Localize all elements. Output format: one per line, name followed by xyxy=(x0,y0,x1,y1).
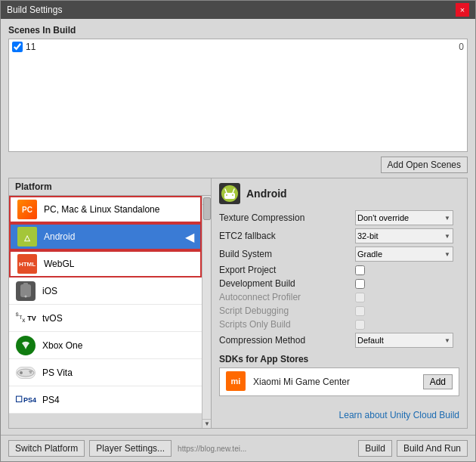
setting-label-script-debug: Script Debugging xyxy=(219,305,355,316)
etc2-select-wrapper: 32-bit xyxy=(355,228,453,243)
platform-item-ps4[interactable]: ☐PS4 PS4 xyxy=(9,386,202,414)
platform-name-android: Android xyxy=(44,231,185,242)
platform-list[interactable]: PC PC, Mac & Linux Standalone △ xyxy=(9,196,211,414)
setting-label-export: Export Project xyxy=(219,265,355,275)
platform-name-ios: iOS xyxy=(42,286,196,296)
svg-rect-2 xyxy=(20,284,31,297)
settings-grid: Texture Compression Don't override ETC2 … xyxy=(219,210,459,348)
bottom-section: Platform PC PC, Mac & Linux Standalone xyxy=(8,178,468,429)
svg-point-4 xyxy=(25,295,27,297)
ios-icon xyxy=(15,281,36,302)
platform-panel: Platform PC PC, Mac & Linux Standalone xyxy=(9,178,212,428)
sdk-item-xiaomi: mi Xiaomi Mi Game Center Add xyxy=(219,367,459,396)
build-and-run-button[interactable]: Build And Run xyxy=(397,440,468,457)
bottom-bar: Switch Platform Player Settings... https… xyxy=(1,435,475,461)
player-settings-button[interactable]: Player Settings... xyxy=(89,440,172,457)
build-system-select[interactable]: Gradle xyxy=(355,247,453,262)
switch-platform-button[interactable]: Switch Platform xyxy=(8,440,85,457)
platform-name-tvos: tvOS xyxy=(42,313,196,324)
window-title: Build Settings xyxy=(7,5,62,15)
add-open-scenes-row: Add Open Scenes xyxy=(8,157,468,173)
scene-checkbox[interactable] xyxy=(12,42,23,52)
scene-name: 11 xyxy=(26,42,459,52)
psvita-icon xyxy=(15,362,36,383)
setting-label-build-system: Build System xyxy=(219,249,355,259)
platform-item-tvos[interactable]: ␂ TV tvOS xyxy=(9,305,202,332)
svg-rect-12 xyxy=(224,193,235,199)
platform-item-android[interactable]: △ Android ◀ xyxy=(9,223,202,250)
sdk-name-xiaomi: Xiaomi Mi Game Center xyxy=(253,377,423,387)
platform-header: Platform xyxy=(9,178,211,196)
svg-rect-3 xyxy=(23,283,28,285)
setting-label-compression: Compression Method xyxy=(219,335,355,346)
svg-rect-8 xyxy=(29,371,32,372)
url-text: https://blog.new.tei... xyxy=(178,445,246,453)
platform-item-xboxone[interactable]: Xbox One xyxy=(9,332,202,359)
platform-name-psvita: PS Vita xyxy=(42,367,196,378)
svg-point-14 xyxy=(232,194,233,196)
svg-rect-9 xyxy=(29,372,32,374)
scripts-only-build-checkbox[interactable] xyxy=(355,320,365,330)
script-debugging-checkbox[interactable] xyxy=(355,306,365,316)
compression-select-wrapper: Default xyxy=(355,333,453,348)
android-title-icon xyxy=(219,183,240,204)
main-content: Scenes In Build 11 0 Add Open Scenes Pla… xyxy=(1,19,475,435)
cloud-build-link[interactable]: Learn about Unity Cloud Build xyxy=(219,410,459,420)
platform-list-wrapper: PC PC, Mac & Linux Standalone △ xyxy=(9,196,211,428)
setting-label-etc2: ETC2 fallback xyxy=(219,231,355,241)
title-bar: Build Settings × xyxy=(1,1,475,19)
compression-method-select[interactable]: Default xyxy=(355,333,453,348)
svg-rect-7 xyxy=(20,371,23,374)
scrollbar-down-arrow[interactable]: ▼ xyxy=(202,419,211,428)
build-settings-window: Build Settings × Scenes In Build 11 0 Ad… xyxy=(0,0,476,462)
xbox-icon xyxy=(15,335,36,356)
platform-item-ios[interactable]: iOS xyxy=(9,278,202,305)
platform-name-webgl: WebGL xyxy=(44,259,194,269)
tvos-icon: ␂ TV xyxy=(15,308,36,329)
unity-indicator-icon: ◀ xyxy=(185,230,194,244)
platform-name-pc: PC, Mac & Linux Standalone xyxy=(44,204,194,215)
svg-point-13 xyxy=(226,194,227,196)
setting-label-dev-build: Development Build xyxy=(219,278,355,289)
platform-item-webgl[interactable]: HTML WebGL xyxy=(9,250,202,278)
close-button[interactable]: × xyxy=(456,3,469,17)
webgl-icon: HTML xyxy=(17,253,38,274)
etc2-fallback-select[interactable]: 32-bit xyxy=(355,228,453,243)
setting-label-scripts-only: Scripts Only Build xyxy=(219,319,355,330)
xiaomi-icon: mi xyxy=(226,371,247,392)
scene-index: 0 xyxy=(459,42,464,52)
platform-scrollbar[interactable]: ▲ ▼ xyxy=(202,196,211,428)
svg-text:△: △ xyxy=(23,234,31,242)
add-open-scenes-button[interactable]: Add Open Scenes xyxy=(381,157,468,173)
setting-label-texture: Texture Compression xyxy=(219,212,355,223)
android-icon: △ xyxy=(17,226,38,247)
development-build-checkbox[interactable] xyxy=(355,279,365,289)
build-button[interactable]: Build xyxy=(358,440,392,457)
scenes-panel: 11 0 xyxy=(8,39,468,152)
export-project-checkbox[interactable] xyxy=(355,265,365,275)
autoconnect-profiler-checkbox[interactable] xyxy=(355,293,365,302)
ps4-icon: ☐PS4 xyxy=(15,389,36,411)
build-system-select-wrapper: Gradle xyxy=(355,247,453,262)
texture-compression-select[interactable]: Don't override xyxy=(355,210,453,225)
scrollbar-thumb[interactable] xyxy=(203,197,211,220)
platform-name-xboxone: Xbox One xyxy=(42,340,196,351)
scene-row: 11 0 xyxy=(9,39,467,54)
sdk-section-label: SDKs for App Stores xyxy=(219,354,459,364)
platform-item-pc[interactable]: PC PC, Mac & Linux Standalone xyxy=(9,196,202,223)
android-title-row: Android xyxy=(219,183,459,204)
android-title-text: Android xyxy=(246,188,287,200)
bottom-bar-right: Build Build And Run xyxy=(358,440,468,457)
platform-name-ps4: PS4 xyxy=(42,395,196,405)
bottom-bar-left: Switch Platform Player Settings... xyxy=(8,440,172,457)
texture-compression-select-wrapper: Don't override xyxy=(355,210,453,225)
sdk-add-button[interactable]: Add xyxy=(423,374,453,389)
android-settings-panel: Android Texture Compression Don't overri… xyxy=(212,178,467,428)
pc-icon: PC xyxy=(17,199,38,220)
scenes-label: Scenes In Build xyxy=(8,25,468,36)
setting-label-autoconnect: Autoconnect Profiler xyxy=(219,292,355,302)
platform-item-psvita[interactable]: PS Vita xyxy=(9,359,202,386)
